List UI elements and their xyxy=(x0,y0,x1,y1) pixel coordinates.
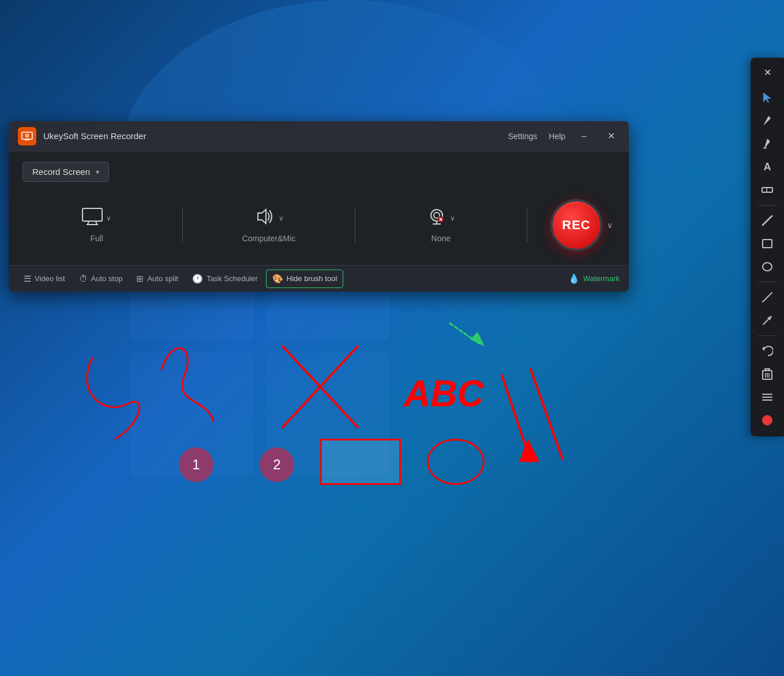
window-titlebar: UkeySoft Screen Recorder Settings Help –… xyxy=(9,121,629,151)
svg-rect-8 xyxy=(82,208,102,221)
window-title: UkeySoft Screen Recorder xyxy=(43,131,508,141)
svg-marker-37 xyxy=(762,346,764,351)
hamburger-icon xyxy=(762,393,773,401)
divider-1 xyxy=(182,208,183,242)
settings-menu[interactable]: Settings xyxy=(508,132,538,141)
divider-2 xyxy=(355,208,355,242)
svg-rect-32 xyxy=(763,240,772,248)
webcam-icon xyxy=(427,208,447,225)
camera-label: None xyxy=(432,234,451,243)
ellipse-tool-button[interactable] xyxy=(756,256,779,277)
auto-stop-label: Auto stop xyxy=(91,274,123,283)
monitor-icon xyxy=(82,208,103,225)
camera-control[interactable]: ∨ None xyxy=(367,208,515,243)
line-icon xyxy=(762,215,773,226)
audio-control[interactable]: ∨ Computer&Mic xyxy=(194,208,343,243)
brush-tool-icon: 🎨 xyxy=(272,274,283,284)
watermark-label: Watermark xyxy=(583,274,620,283)
eraser-icon xyxy=(762,185,773,195)
task-scheduler-icon: 🕐 xyxy=(192,274,203,284)
svg-marker-27 xyxy=(763,92,771,103)
window-content: Record Screen ▾ ∨ Fu xyxy=(9,151,629,265)
controls-row: ∨ Full ∨ Computer&Mic xyxy=(22,193,615,265)
app-icon xyxy=(18,127,36,145)
arrow-tool-button[interactable] xyxy=(756,310,779,331)
cursor-tool-button[interactable] xyxy=(756,87,779,108)
svg-line-31 xyxy=(763,216,772,225)
svg-rect-29 xyxy=(762,188,772,192)
arrow-icon xyxy=(762,315,773,326)
sidebar-close-icon[interactable]: ✕ xyxy=(760,64,775,81)
mode-label: Record Screen xyxy=(32,167,90,177)
svg-point-48 xyxy=(762,415,772,425)
audio-icon xyxy=(253,208,275,229)
svg-marker-12 xyxy=(258,210,266,223)
hide-brush-tool-label: Hide brush tool xyxy=(287,274,337,283)
audio-icon-row: ∨ xyxy=(253,208,284,229)
right-sidebar: ✕ A xyxy=(751,58,784,436)
desktop-background xyxy=(0,0,784,676)
text-icon: A xyxy=(764,161,771,173)
pen-icon xyxy=(763,115,772,126)
number-circle-2: 2 xyxy=(260,447,294,482)
auto-stop-icon: ⏱ xyxy=(79,274,88,283)
undo-icon xyxy=(762,346,773,356)
number-circle-1: 1 xyxy=(179,447,213,482)
auto-split-label: Auto split xyxy=(147,274,178,283)
rec-chevron-icon[interactable]: ∨ xyxy=(605,218,615,232)
rec-button[interactable]: REC xyxy=(550,199,602,251)
video-list-label: Video list xyxy=(35,274,65,283)
text-tool-button[interactable]: A xyxy=(756,156,779,177)
camera-icon-row: ∨ xyxy=(427,208,455,229)
minimize-button[interactable]: – xyxy=(577,129,591,144)
auto-split-icon: ⊞ xyxy=(136,274,144,284)
marker-tool-button[interactable] xyxy=(756,133,779,154)
watermark-item[interactable]: 💧 Watermark xyxy=(568,273,620,284)
display-chevron-icon: ∨ xyxy=(106,214,111,222)
undo-button[interactable] xyxy=(756,341,779,361)
auto-split-item[interactable]: ⊞ Auto split xyxy=(130,270,183,287)
marker-icon xyxy=(763,138,772,150)
sidebar-divider-1 xyxy=(758,205,777,206)
cursor-icon xyxy=(762,92,772,103)
delete-icon xyxy=(762,368,772,380)
audio-chevron-icon: ∨ xyxy=(279,214,284,222)
delete-button[interactable] xyxy=(756,364,779,384)
task-scheduler-item[interactable]: 🕐 Task Scheduler xyxy=(186,270,264,287)
mode-dropdown[interactable]: Record Screen ▾ xyxy=(22,162,109,182)
svg-point-33 xyxy=(763,263,772,271)
video-list-icon: ☰ xyxy=(24,274,31,284)
pen-tool-button[interactable] xyxy=(756,110,779,131)
watermark-icon: 💧 xyxy=(568,273,580,284)
speaker-icon xyxy=(253,208,275,225)
eraser-tool-button[interactable] xyxy=(756,180,779,200)
dropdown-arrow-icon: ▾ xyxy=(96,168,99,176)
menu-button[interactable] xyxy=(756,387,779,408)
sidebar-divider-3 xyxy=(758,335,777,336)
window-controls: Settings Help – ✕ xyxy=(508,128,620,144)
hide-brush-tool-item[interactable]: 🎨 Hide brush tool xyxy=(266,270,343,288)
rectangle-icon xyxy=(762,238,773,249)
arrow-line-icon xyxy=(762,292,773,303)
rec-area: REC ∨ xyxy=(550,199,615,251)
display-icon xyxy=(82,208,103,229)
record-dot-button[interactable] xyxy=(756,410,779,431)
task-scheduler-label: Task Scheduler xyxy=(207,274,258,283)
svg-rect-28 xyxy=(763,147,767,149)
video-list-item[interactable]: ☰ Video list xyxy=(18,270,71,287)
line-tool-button[interactable] xyxy=(756,210,779,231)
arrow-line-tool-button[interactable] xyxy=(756,287,779,308)
auto-stop-item[interactable]: ⏱ Auto stop xyxy=(73,270,129,287)
rectangle-tool-button[interactable] xyxy=(756,233,779,254)
red-rectangle-annotation xyxy=(320,439,401,485)
svg-rect-5 xyxy=(25,139,29,140)
sidebar-divider-2 xyxy=(758,282,777,282)
display-control[interactable]: ∨ Full xyxy=(22,208,171,243)
bottom-toolbar: ☰ Video list ⏱ Auto stop ⊞ Auto split 🕐 … xyxy=(9,265,629,292)
camera-chevron-icon: ∨ xyxy=(450,214,455,222)
display-label: Full xyxy=(90,234,103,243)
recorder-window: UkeySoft Screen Recorder Settings Help –… xyxy=(9,121,629,292)
help-menu[interactable]: Help xyxy=(549,132,565,141)
close-button[interactable]: ✕ xyxy=(603,128,620,144)
abc-annotation: ABC xyxy=(404,372,484,415)
